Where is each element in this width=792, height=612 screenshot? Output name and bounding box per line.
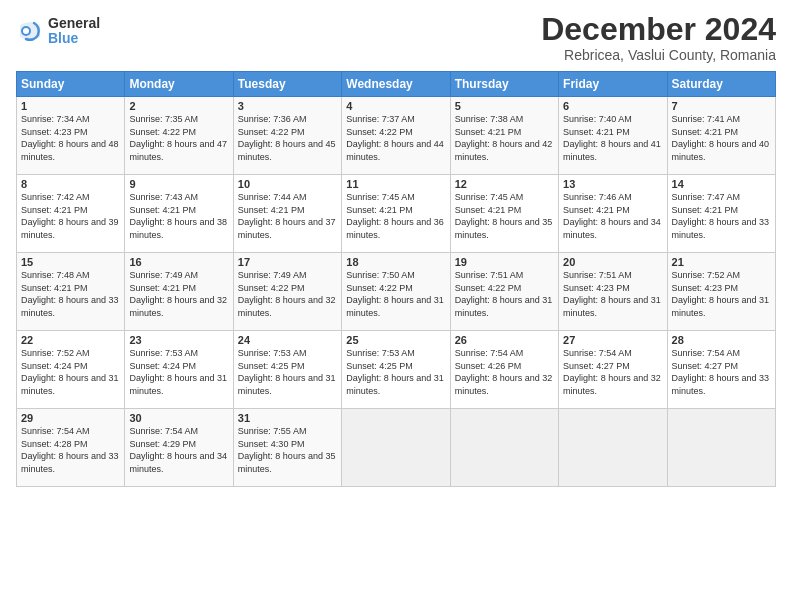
calendar-cell: 29 Sunrise: 7:54 AM Sunset: 4:28 PM Dayl… — [17, 409, 125, 487]
page-container: General Blue December 2024 Rebricea, Vas… — [0, 0, 792, 495]
col-header-sunday: Sunday — [17, 72, 125, 97]
day-info: Sunrise: 7:51 AM Sunset: 4:22 PM Dayligh… — [455, 269, 554, 319]
day-number: 4 — [346, 100, 445, 112]
calendar-cell: 13 Sunrise: 7:46 AM Sunset: 4:21 PM Dayl… — [559, 175, 667, 253]
calendar-week-row: 15 Sunrise: 7:48 AM Sunset: 4:21 PM Dayl… — [17, 253, 776, 331]
day-number: 21 — [672, 256, 771, 268]
logo: General Blue — [16, 16, 100, 47]
day-number: 23 — [129, 334, 228, 346]
calendar-cell: 25 Sunrise: 7:53 AM Sunset: 4:25 PM Dayl… — [342, 331, 450, 409]
logo-general-text: General — [48, 16, 100, 31]
day-info: Sunrise: 7:53 AM Sunset: 4:25 PM Dayligh… — [238, 347, 337, 397]
calendar-cell: 23 Sunrise: 7:53 AM Sunset: 4:24 PM Dayl… — [125, 331, 233, 409]
calendar-cell — [559, 409, 667, 487]
calendar-cell — [450, 409, 558, 487]
calendar-cell — [667, 409, 775, 487]
day-info: Sunrise: 7:34 AM Sunset: 4:23 PM Dayligh… — [21, 113, 120, 163]
col-header-thursday: Thursday — [450, 72, 558, 97]
calendar-cell: 17 Sunrise: 7:49 AM Sunset: 4:22 PM Dayl… — [233, 253, 341, 331]
calendar-cell: 28 Sunrise: 7:54 AM Sunset: 4:27 PM Dayl… — [667, 331, 775, 409]
calendar-cell: 10 Sunrise: 7:44 AM Sunset: 4:21 PM Dayl… — [233, 175, 341, 253]
logo-icon — [16, 17, 44, 45]
day-info: Sunrise: 7:46 AM Sunset: 4:21 PM Dayligh… — [563, 191, 662, 241]
calendar-table: SundayMondayTuesdayWednesdayThursdayFrid… — [16, 71, 776, 487]
calendar-cell: 18 Sunrise: 7:50 AM Sunset: 4:22 PM Dayl… — [342, 253, 450, 331]
day-info: Sunrise: 7:51 AM Sunset: 4:23 PM Dayligh… — [563, 269, 662, 319]
calendar-cell: 11 Sunrise: 7:45 AM Sunset: 4:21 PM Dayl… — [342, 175, 450, 253]
day-info: Sunrise: 7:35 AM Sunset: 4:22 PM Dayligh… — [129, 113, 228, 163]
day-info: Sunrise: 7:41 AM Sunset: 4:21 PM Dayligh… — [672, 113, 771, 163]
day-number: 19 — [455, 256, 554, 268]
calendar-cell: 14 Sunrise: 7:47 AM Sunset: 4:21 PM Dayl… — [667, 175, 775, 253]
day-number: 3 — [238, 100, 337, 112]
day-number: 31 — [238, 412, 337, 424]
day-number: 9 — [129, 178, 228, 190]
day-number: 15 — [21, 256, 120, 268]
day-info: Sunrise: 7:45 AM Sunset: 4:21 PM Dayligh… — [346, 191, 445, 241]
logo-blue-text: Blue — [48, 31, 100, 46]
day-info: Sunrise: 7:54 AM Sunset: 4:26 PM Dayligh… — [455, 347, 554, 397]
day-info: Sunrise: 7:45 AM Sunset: 4:21 PM Dayligh… — [455, 191, 554, 241]
title-area: December 2024 Rebricea, Vaslui County, R… — [541, 12, 776, 63]
calendar-cell: 5 Sunrise: 7:38 AM Sunset: 4:21 PM Dayli… — [450, 97, 558, 175]
calendar-cell: 24 Sunrise: 7:53 AM Sunset: 4:25 PM Dayl… — [233, 331, 341, 409]
day-info: Sunrise: 7:54 AM Sunset: 4:28 PM Dayligh… — [21, 425, 120, 475]
day-info: Sunrise: 7:36 AM Sunset: 4:22 PM Dayligh… — [238, 113, 337, 163]
day-number: 17 — [238, 256, 337, 268]
location: Rebricea, Vaslui County, Romania — [541, 47, 776, 63]
calendar-cell: 20 Sunrise: 7:51 AM Sunset: 4:23 PM Dayl… — [559, 253, 667, 331]
calendar-cell — [342, 409, 450, 487]
calendar-cell: 1 Sunrise: 7:34 AM Sunset: 4:23 PM Dayli… — [17, 97, 125, 175]
day-number: 1 — [21, 100, 120, 112]
calendar-week-row: 1 Sunrise: 7:34 AM Sunset: 4:23 PM Dayli… — [17, 97, 776, 175]
day-number: 24 — [238, 334, 337, 346]
day-info: Sunrise: 7:54 AM Sunset: 4:27 PM Dayligh… — [563, 347, 662, 397]
day-info: Sunrise: 7:44 AM Sunset: 4:21 PM Dayligh… — [238, 191, 337, 241]
day-number: 7 — [672, 100, 771, 112]
day-number: 18 — [346, 256, 445, 268]
day-number: 6 — [563, 100, 662, 112]
month-title: December 2024 — [541, 12, 776, 47]
day-number: 5 — [455, 100, 554, 112]
calendar-cell: 31 Sunrise: 7:55 AM Sunset: 4:30 PM Dayl… — [233, 409, 341, 487]
day-number: 27 — [563, 334, 662, 346]
calendar-cell: 26 Sunrise: 7:54 AM Sunset: 4:26 PM Dayl… — [450, 331, 558, 409]
calendar-cell: 8 Sunrise: 7:42 AM Sunset: 4:21 PM Dayli… — [17, 175, 125, 253]
calendar-cell: 22 Sunrise: 7:52 AM Sunset: 4:24 PM Dayl… — [17, 331, 125, 409]
calendar-cell: 21 Sunrise: 7:52 AM Sunset: 4:23 PM Dayl… — [667, 253, 775, 331]
col-header-monday: Monday — [125, 72, 233, 97]
day-number: 11 — [346, 178, 445, 190]
day-info: Sunrise: 7:40 AM Sunset: 4:21 PM Dayligh… — [563, 113, 662, 163]
calendar-cell: 3 Sunrise: 7:36 AM Sunset: 4:22 PM Dayli… — [233, 97, 341, 175]
day-number: 13 — [563, 178, 662, 190]
calendar-cell: 30 Sunrise: 7:54 AM Sunset: 4:29 PM Dayl… — [125, 409, 233, 487]
day-number: 26 — [455, 334, 554, 346]
day-info: Sunrise: 7:38 AM Sunset: 4:21 PM Dayligh… — [455, 113, 554, 163]
day-info: Sunrise: 7:47 AM Sunset: 4:21 PM Dayligh… — [672, 191, 771, 241]
svg-point-2 — [23, 28, 29, 34]
day-info: Sunrise: 7:48 AM Sunset: 4:21 PM Dayligh… — [21, 269, 120, 319]
day-number: 29 — [21, 412, 120, 424]
calendar-cell: 19 Sunrise: 7:51 AM Sunset: 4:22 PM Dayl… — [450, 253, 558, 331]
calendar-cell: 9 Sunrise: 7:43 AM Sunset: 4:21 PM Dayli… — [125, 175, 233, 253]
col-header-friday: Friday — [559, 72, 667, 97]
calendar-cell: 6 Sunrise: 7:40 AM Sunset: 4:21 PM Dayli… — [559, 97, 667, 175]
day-info: Sunrise: 7:52 AM Sunset: 4:23 PM Dayligh… — [672, 269, 771, 319]
day-number: 20 — [563, 256, 662, 268]
day-number: 10 — [238, 178, 337, 190]
calendar-cell: 4 Sunrise: 7:37 AM Sunset: 4:22 PM Dayli… — [342, 97, 450, 175]
day-info: Sunrise: 7:37 AM Sunset: 4:22 PM Dayligh… — [346, 113, 445, 163]
header: General Blue December 2024 Rebricea, Vas… — [16, 12, 776, 63]
calendar-cell: 16 Sunrise: 7:49 AM Sunset: 4:21 PM Dayl… — [125, 253, 233, 331]
day-info: Sunrise: 7:55 AM Sunset: 4:30 PM Dayligh… — [238, 425, 337, 475]
col-header-wednesday: Wednesday — [342, 72, 450, 97]
day-info: Sunrise: 7:53 AM Sunset: 4:25 PM Dayligh… — [346, 347, 445, 397]
day-info: Sunrise: 7:53 AM Sunset: 4:24 PM Dayligh… — [129, 347, 228, 397]
day-number: 22 — [21, 334, 120, 346]
col-header-saturday: Saturday — [667, 72, 775, 97]
day-info: Sunrise: 7:49 AM Sunset: 4:21 PM Dayligh… — [129, 269, 228, 319]
day-number: 14 — [672, 178, 771, 190]
col-header-tuesday: Tuesday — [233, 72, 341, 97]
day-number: 28 — [672, 334, 771, 346]
calendar-cell: 15 Sunrise: 7:48 AM Sunset: 4:21 PM Dayl… — [17, 253, 125, 331]
